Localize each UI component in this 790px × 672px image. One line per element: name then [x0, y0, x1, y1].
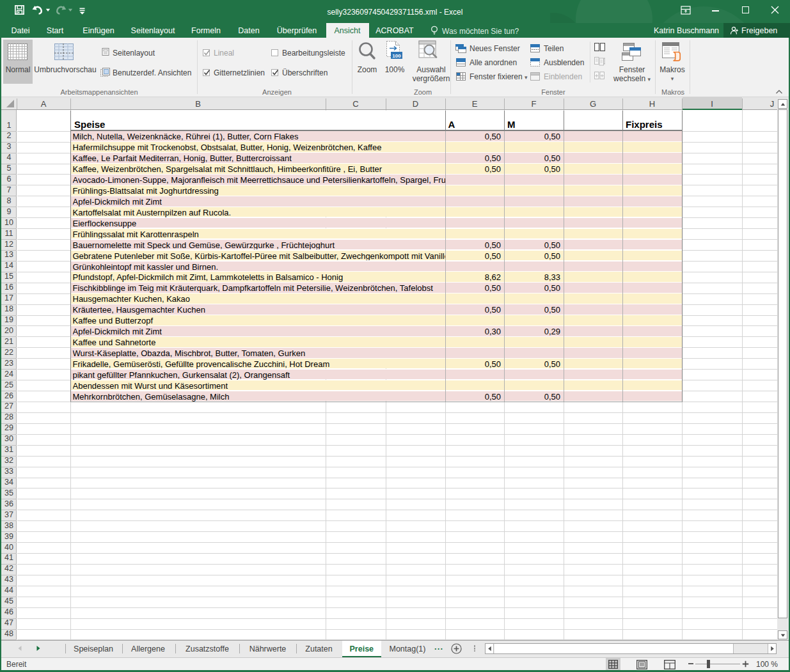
svg-text:100: 100: [392, 53, 401, 59]
